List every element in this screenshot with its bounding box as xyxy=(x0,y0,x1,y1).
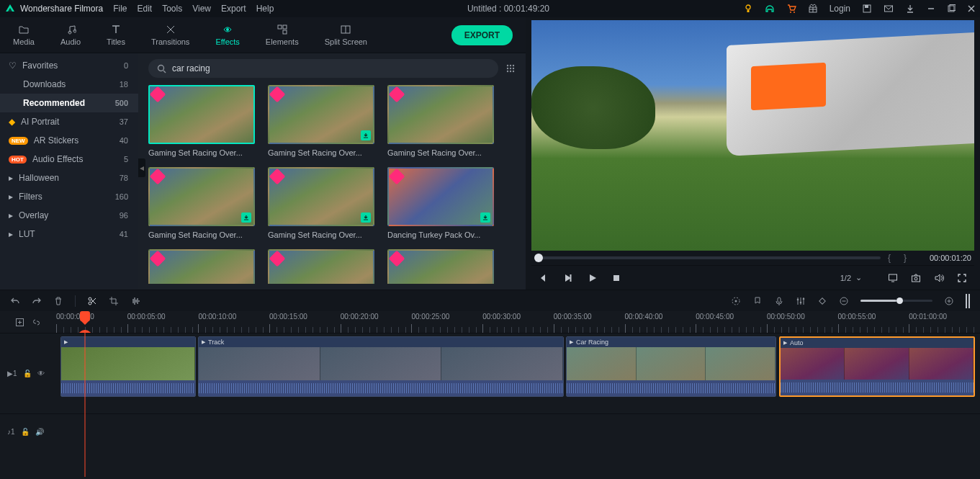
render-icon[interactable] xyxy=(731,296,741,306)
timeline-link-icon[interactable] xyxy=(32,318,41,327)
zoom-slider[interactable] xyxy=(860,300,932,302)
sidebar-item-favorites[interactable]: ♡Favorites0 xyxy=(0,56,138,75)
tab-effects[interactable]: Effects xyxy=(202,19,252,50)
search-box[interactable] xyxy=(148,59,498,78)
timeline-add-track-icon[interactable] xyxy=(15,318,24,327)
timeline-clip[interactable]: ▶Track xyxy=(198,336,564,397)
split-icon[interactable] xyxy=(87,296,97,306)
effect-item[interactable]: Dancing Turkey Pack Ov... xyxy=(387,167,494,239)
sidebar-item-halloween[interactable]: ▸Halloween78 xyxy=(0,169,138,187)
menu-file[interactable]: File xyxy=(113,4,127,14)
crop-icon[interactable] xyxy=(109,296,119,306)
volume-icon[interactable] xyxy=(934,273,944,283)
effect-thumbnail[interactable] xyxy=(387,167,494,226)
sidebar-item-ai-portrait[interactable]: ◆AI Portrait37 xyxy=(0,112,138,131)
download-item-icon[interactable] xyxy=(241,212,251,223)
effect-thumbnail[interactable] xyxy=(268,85,374,144)
effect-thumbnail[interactable] xyxy=(387,85,494,144)
play-pause-icon[interactable] xyxy=(563,273,573,283)
tab-audio[interactable]: Audio xyxy=(48,19,94,50)
menu-edit[interactable]: Edit xyxy=(138,4,153,14)
mail-icon[interactable] xyxy=(884,4,894,14)
sidebar-item-ar-stickers[interactable]: NEWAR Stickers40 xyxy=(0,131,138,150)
audio-mixer-icon[interactable] xyxy=(796,296,806,306)
menu-export[interactable]: Export xyxy=(221,4,246,14)
scrub-playhead[interactable] xyxy=(534,254,543,262)
download-item-icon[interactable] xyxy=(361,212,371,223)
download-item-icon[interactable] xyxy=(480,212,490,223)
audio-track[interactable] xyxy=(56,413,980,449)
preview-canvas[interactable] xyxy=(531,20,974,251)
sidebar-item-filters[interactable]: ▸Filters160 xyxy=(0,187,138,206)
track-lock-icon[interactable]: 🔓 xyxy=(23,370,32,377)
maximize-icon[interactable] xyxy=(947,4,956,13)
sidebar-item-overlay[interactable]: ▸Overlay96 xyxy=(0,206,138,225)
sidebar-item-audio-effects[interactable]: HOTAudio Effects5 xyxy=(0,150,138,169)
effect-thumbnail[interactable] xyxy=(148,85,255,144)
headset-icon[interactable] xyxy=(765,4,775,14)
display-settings-icon[interactable] xyxy=(888,273,898,283)
prev-frame-icon[interactable] xyxy=(539,273,549,283)
fullscreen-icon[interactable] xyxy=(957,273,967,283)
track-area[interactable]: ▶▶Track▶Car Racing▶Auto xyxy=(56,333,980,479)
track-lock-icon[interactable]: 🔓 xyxy=(21,428,30,436)
grid-view-icon[interactable] xyxy=(505,63,516,73)
sidebar-collapse-icon[interactable]: ◂ xyxy=(138,158,145,177)
cart-icon[interactable] xyxy=(786,4,796,14)
effect-item[interactable] xyxy=(268,249,374,284)
zoom-out-icon[interactable] xyxy=(839,296,849,306)
menu-tools[interactable]: Tools xyxy=(162,4,182,14)
effect-thumbnail[interactable] xyxy=(268,167,374,226)
tab-elements[interactable]: Elements xyxy=(253,19,312,50)
audio-wave-icon[interactable] xyxy=(130,296,140,306)
snapshot-icon[interactable] xyxy=(911,273,921,283)
tab-transitions[interactable]: Transitions xyxy=(138,19,202,50)
tab-splitscreen[interactable]: Split Screen xyxy=(312,19,380,50)
timeline-clip[interactable]: ▶Auto xyxy=(779,336,975,397)
menu-help[interactable]: Help xyxy=(256,4,274,14)
download-icon[interactable] xyxy=(905,4,915,14)
redo-icon[interactable] xyxy=(32,296,42,306)
gift-icon[interactable] xyxy=(808,4,818,14)
undo-icon[interactable] xyxy=(10,296,20,306)
timeline-clip[interactable]: ▶ xyxy=(60,336,196,397)
effect-item[interactable]: Gaming Set Racing Over... xyxy=(268,85,374,157)
effect-item[interactable]: Gaming Set Racing Over... xyxy=(148,167,255,239)
play-icon[interactable] xyxy=(588,273,598,283)
save-icon[interactable] xyxy=(862,4,872,14)
stop-icon[interactable] xyxy=(612,274,621,282)
panel-divider[interactable] xyxy=(966,294,970,308)
effect-item[interactable] xyxy=(148,249,255,284)
effect-thumbnail[interactable] xyxy=(268,249,374,284)
video-track[interactable]: ▶▶Track▶Car Racing▶Auto xyxy=(56,333,980,413)
timeline-clip[interactable]: ▶Car Racing xyxy=(566,336,776,397)
pager-dropdown-icon[interactable]: ⌄ xyxy=(855,273,862,282)
effect-thumbnail[interactable] xyxy=(387,249,494,284)
preview-scrub-track[interactable] xyxy=(534,256,881,259)
sidebar-item-downloads[interactable]: Downloads18 xyxy=(0,75,138,94)
record-voiceover-icon[interactable] xyxy=(774,296,784,306)
zoom-thumb[interactable] xyxy=(896,297,903,304)
login-button[interactable]: Login xyxy=(830,4,850,14)
download-item-icon[interactable] xyxy=(361,130,371,140)
export-button[interactable]: EXPORT xyxy=(451,25,513,45)
effect-thumbnail[interactable] xyxy=(148,167,255,226)
close-icon[interactable] xyxy=(967,4,976,13)
menu-view[interactable]: View xyxy=(192,4,211,14)
search-input[interactable] xyxy=(172,63,490,73)
effect-item[interactable]: Gaming Set Racing Over... xyxy=(387,85,494,157)
effect-item[interactable]: Gaming Set Racing Over... xyxy=(268,167,374,239)
effect-thumbnail[interactable] xyxy=(148,249,255,284)
zoom-in-icon[interactable] xyxy=(944,296,954,306)
tips-icon[interactable] xyxy=(743,4,753,14)
track-visible-icon[interactable]: 👁 xyxy=(37,370,45,377)
sidebar-item-lut[interactable]: ▸LUT41 xyxy=(0,225,138,243)
track-mute-icon[interactable]: 🔊 xyxy=(35,428,44,436)
playhead-head[interactable] xyxy=(80,311,90,321)
marker-icon[interactable] xyxy=(752,296,763,306)
keyframe-icon[interactable] xyxy=(817,296,827,306)
tab-titles[interactable]: Titles xyxy=(94,19,138,50)
sidebar-item-recommended[interactable]: Recommended500 xyxy=(0,94,138,112)
minimize-icon[interactable] xyxy=(927,4,935,13)
delete-icon[interactable] xyxy=(53,296,63,306)
